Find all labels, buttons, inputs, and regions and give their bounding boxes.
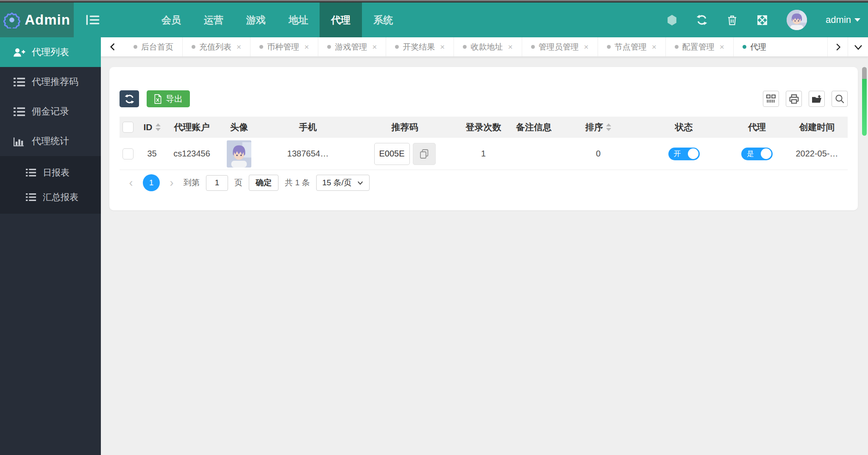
printer-icon — [789, 94, 799, 104]
table-header-row: ID 代理账户 头像 手机 推荐码 登录次数 备注信息 排序 状态 代理 创建时… — [120, 117, 848, 138]
nav-item-system[interactable]: 系统 — [362, 3, 404, 37]
tab-currency-management[interactable]: 币种管理 × — [250, 37, 318, 56]
confirm-page-button[interactable]: 确定 — [249, 175, 278, 191]
nav-item-addresses[interactable]: 地址 — [277, 3, 320, 37]
status-toggle[interactable]: 开 — [668, 148, 700, 160]
current-page-button[interactable]: 1 — [143, 174, 160, 191]
tab-close-icon[interactable]: × — [236, 42, 241, 52]
open-tabs-bar: 后台首页 充值列表 × 币种管理 × 游戏管理 × 开奖结果 × 收款地址 × — [101, 37, 868, 57]
tab-dot-icon — [743, 45, 746, 49]
tab-dot-icon — [259, 45, 263, 49]
cell-account: cs123456 — [167, 149, 216, 159]
print-button[interactable] — [786, 91, 802, 107]
sidebar-item-daily-report[interactable]: 日报表 — [0, 160, 101, 185]
tab-admin-management[interactable]: 管理员管理 × — [522, 37, 598, 56]
header-sort[interactable]: 排序 — [556, 121, 640, 133]
referral-code-input[interactable] — [374, 143, 410, 165]
list-icon — [13, 77, 25, 87]
nav-item-agents[interactable]: 代理 — [320, 3, 362, 37]
search-button[interactable] — [832, 91, 848, 107]
content-card: 导出 — [109, 67, 858, 210]
tab-close-icon[interactable]: × — [508, 42, 512, 52]
toggle-knob — [761, 148, 771, 159]
tab-close-icon[interactable]: × — [304, 42, 309, 52]
total-count-label: 共 1 条 — [285, 177, 310, 188]
export-button[interactable]: 导出 — [147, 90, 190, 107]
list-icon — [25, 168, 37, 177]
nav-item-operations[interactable]: 运营 — [192, 3, 235, 37]
gear-logo-icon — [3, 11, 20, 28]
agent-toggle[interactable]: 是 — [741, 148, 773, 160]
chevron-down-icon — [854, 18, 860, 22]
tab-close-icon[interactable]: × — [372, 42, 377, 52]
tabs-scroll-left-button[interactable] — [101, 37, 125, 56]
header-agent: 代理 — [728, 121, 786, 133]
sidebar-item-agent-referral-codes[interactable]: 代理推荐码 — [0, 67, 101, 97]
tab-recharge-list[interactable]: 充值列表 × — [183, 37, 250, 56]
page-number-input[interactable] — [206, 175, 228, 191]
copy-code-button[interactable] — [413, 143, 436, 165]
scrollbar-thumb[interactable] — [862, 79, 867, 136]
header-id[interactable]: ID — [136, 122, 167, 132]
sort-icon — [156, 123, 161, 131]
tab-dot-icon — [607, 45, 611, 49]
tab-agents[interactable]: 代理 — [734, 37, 778, 56]
cell-created-at: 2022-05-… — [786, 149, 848, 159]
tab-lottery-results[interactable]: 开奖结果 × — [386, 37, 454, 56]
collapse-sidebar-button[interactable] — [80, 3, 106, 37]
tab-node-management[interactable]: 节点管理 × — [598, 37, 666, 56]
tab-close-icon[interactable]: × — [440, 42, 445, 52]
tabs-controls — [827, 37, 868, 56]
clear-trash-icon[interactable] — [726, 14, 738, 26]
cell-phone: 1387654… — [262, 149, 354, 159]
nav-item-members[interactable]: 会员 — [150, 3, 192, 37]
page-unit-label: 页 — [234, 177, 242, 188]
sidebar-item-commission-records[interactable]: 佣金记录 — [0, 97, 101, 126]
tab-payment-address[interactable]: 收款地址 × — [454, 37, 522, 56]
cell-avatar — [216, 140, 262, 167]
user-menu[interactable]: admin — [826, 14, 860, 25]
tab-dashboard[interactable]: 后台首页 — [125, 37, 183, 56]
row-checkbox[interactable] — [122, 148, 134, 159]
table-tools — [763, 91, 848, 107]
tab-dot-icon — [531, 45, 535, 49]
sidebar-item-agent-list[interactable]: 代理列表 — [0, 37, 101, 67]
nav-item-games[interactable]: 游戏 — [235, 3, 277, 37]
page-size-select[interactable]: 15 条/页 — [316, 175, 370, 191]
select-all-checkbox[interactable] — [122, 122, 134, 133]
header-remark: 备注信息 — [511, 121, 556, 133]
tab-close-icon[interactable]: × — [652, 42, 657, 52]
tab-dot-icon — [134, 45, 137, 49]
header-status: 状态 — [640, 121, 728, 133]
theme-skin-icon[interactable] — [667, 14, 677, 26]
search-icon — [835, 94, 845, 104]
app-logo: Admin — [0, 3, 74, 37]
sidebar-item-summary-report[interactable]: 汇总报表 — [0, 185, 101, 209]
next-page-button[interactable]: › — [166, 177, 177, 189]
refresh-cache-icon[interactable] — [696, 14, 708, 26]
tab-close-icon[interactable]: × — [720, 42, 724, 52]
sidebar-item-agent-statistics[interactable]: 代理统计 — [0, 126, 101, 156]
page-scrollbar — [862, 67, 867, 136]
username-label: admin — [826, 14, 851, 25]
tab-dot-icon — [463, 45, 467, 49]
header-avatar: 头像 — [216, 121, 262, 133]
refresh-table-button[interactable] — [120, 90, 139, 107]
tab-config-management[interactable]: 配置管理 × — [666, 37, 734, 56]
tab-close-icon[interactable]: × — [584, 42, 589, 52]
tabs-menu-button[interactable] — [848, 37, 868, 56]
prev-page-button[interactable]: ‹ — [125, 177, 136, 189]
fullscreen-icon[interactable] — [757, 14, 768, 26]
goto-label: 到第 — [184, 177, 200, 188]
export-data-button[interactable] — [809, 91, 825, 107]
excel-file-icon — [154, 94, 162, 104]
tab-game-management[interactable]: 游戏管理 × — [318, 37, 386, 56]
cell-login-count: 1 — [456, 149, 511, 159]
scrollbar-thumb-top[interactable] — [862, 67, 867, 79]
user-avatar[interactable] — [787, 10, 807, 30]
sidebar-submenu-statistics: 日报表 汇总报表 — [0, 156, 101, 214]
toggle-columns-button[interactable] — [763, 91, 779, 107]
refresh-icon — [124, 94, 135, 104]
tabs-scroll-right-button[interactable] — [827, 37, 848, 56]
copy-icon — [420, 149, 429, 159]
